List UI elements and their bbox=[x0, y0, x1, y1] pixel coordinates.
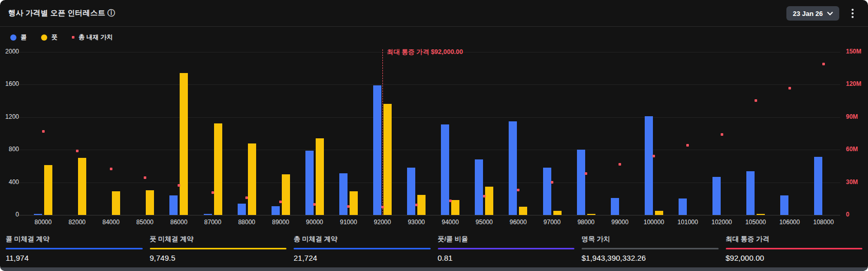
call-bar[interactable] bbox=[814, 157, 822, 215]
call-bar[interactable] bbox=[373, 85, 381, 215]
intrinsic-value-dot[interactable] bbox=[347, 205, 350, 208]
call-bar[interactable] bbox=[679, 198, 687, 215]
x-axis-tick-label: 87000 bbox=[197, 219, 229, 226]
intrinsic-value-dot[interactable] bbox=[415, 204, 418, 206]
call-bar[interactable] bbox=[712, 177, 721, 215]
put-bar[interactable] bbox=[417, 195, 426, 215]
stat-max-pain-price: 최대 통증 가격 $92,000.00 bbox=[726, 232, 863, 262]
call-bar[interactable] bbox=[204, 214, 212, 215]
legend-item-3[interactable]: 총 내재 가치 bbox=[72, 33, 113, 42]
intrinsic-value-dot[interactable] bbox=[721, 133, 723, 136]
stat-notional-value: 명목 가치 $1,943,390,332.26 bbox=[582, 232, 719, 262]
intrinsic-value-dot[interactable] bbox=[110, 168, 112, 170]
chevron-down-icon bbox=[827, 11, 833, 15]
put-bar[interactable] bbox=[451, 200, 459, 215]
stat-underline bbox=[726, 248, 863, 249]
legend-swatch bbox=[10, 34, 16, 41]
left-axis-tick-label: 1200 bbox=[0, 113, 19, 120]
intrinsic-value-dot[interactable] bbox=[585, 172, 587, 175]
intrinsic-value-dot[interactable] bbox=[211, 191, 214, 194]
put-bar[interactable] bbox=[282, 174, 290, 215]
call-bar[interactable] bbox=[611, 198, 619, 215]
page-title-text: 행사 가격별 오픈 인터레스트 bbox=[8, 9, 105, 17]
put-bar[interactable] bbox=[112, 191, 120, 215]
call-bar[interactable] bbox=[645, 116, 653, 215]
intrinsic-value-dot[interactable] bbox=[483, 195, 486, 197]
put-bar[interactable] bbox=[214, 123, 222, 215]
intrinsic-value-dot[interactable] bbox=[381, 206, 384, 208]
put-bar[interactable] bbox=[350, 191, 358, 215]
put-bar[interactable] bbox=[587, 214, 595, 215]
intrinsic-value-dot[interactable] bbox=[551, 181, 553, 184]
x-axis-tick-label: 82000 bbox=[61, 219, 93, 226]
page-title: 행사 가격별 오픈 인터레스트 ⓘ bbox=[8, 8, 115, 18]
gridline bbox=[18, 84, 840, 85]
call-bar[interactable] bbox=[169, 195, 178, 215]
stat-label: 콜 미체결 계약 bbox=[6, 232, 143, 244]
x-axis-tick-label: 98000 bbox=[570, 219, 603, 226]
info-icon[interactable]: ⓘ bbox=[107, 8, 115, 17]
intrinsic-value-dot[interactable] bbox=[42, 130, 45, 133]
put-bar[interactable] bbox=[655, 211, 663, 215]
call-bar[interactable] bbox=[272, 206, 280, 215]
call-bar[interactable] bbox=[238, 204, 246, 215]
intrinsic-value-dot[interactable] bbox=[449, 200, 452, 202]
x-axis-tick-label: 85000 bbox=[128, 219, 161, 226]
intrinsic-value-dot[interactable] bbox=[755, 99, 757, 102]
call-bar[interactable] bbox=[339, 173, 348, 215]
put-bar[interactable] bbox=[757, 214, 765, 215]
intrinsic-value-dot[interactable] bbox=[76, 150, 79, 152]
intrinsic-value-dot[interactable] bbox=[144, 176, 146, 179]
intrinsic-value-dot[interactable] bbox=[279, 201, 282, 203]
put-bar[interactable] bbox=[383, 104, 392, 215]
intrinsic-value-dot[interactable] bbox=[652, 155, 655, 157]
put-bar[interactable] bbox=[316, 138, 324, 215]
x-axis-tick-label: 102000 bbox=[705, 219, 738, 226]
kebab-menu-button[interactable] bbox=[846, 7, 859, 20]
x-axis-tick-label: 91000 bbox=[332, 219, 365, 226]
call-bar[interactable] bbox=[441, 124, 449, 215]
call-bar[interactable] bbox=[577, 150, 585, 215]
intrinsic-value-dot[interactable] bbox=[619, 163, 621, 166]
put-bar[interactable] bbox=[180, 73, 188, 215]
gridline bbox=[18, 52, 840, 52]
right-axis-tick-label: 0 bbox=[846, 211, 850, 218]
put-bar[interactable] bbox=[553, 211, 562, 215]
left-axis-tick-label: 0 bbox=[0, 211, 19, 218]
put-bar[interactable] bbox=[146, 190, 154, 215]
call-bar[interactable] bbox=[543, 168, 551, 215]
left-axis-tick-label: 2000 bbox=[0, 48, 19, 55]
stat-value: 9,749.5 bbox=[150, 254, 287, 262]
intrinsic-value-dot[interactable] bbox=[517, 189, 519, 191]
put-bar[interactable] bbox=[78, 158, 86, 215]
intrinsic-value-dot[interactable] bbox=[245, 196, 248, 199]
stat-label: 총 미체결 계약 bbox=[294, 232, 431, 244]
stat-label: 풋 미체결 계약 bbox=[150, 232, 287, 244]
horizontal-scrollbar[interactable] bbox=[0, 267, 868, 271]
stat-value: 0.81 bbox=[438, 254, 575, 262]
put-bar[interactable] bbox=[248, 143, 256, 215]
call-bar[interactable] bbox=[407, 168, 415, 215]
call-bar[interactable] bbox=[475, 159, 483, 215]
call-bar[interactable] bbox=[746, 171, 755, 215]
call-bar[interactable] bbox=[780, 195, 788, 215]
stat-label: 최대 통증 가격 bbox=[726, 232, 863, 244]
legend-item-1[interactable]: 콜 bbox=[10, 33, 27, 42]
x-axis-tick-label: 101000 bbox=[671, 219, 704, 226]
intrinsic-value-dot[interactable] bbox=[822, 63, 825, 65]
chart-legend: 콜풋총 내재 가치 bbox=[10, 33, 113, 42]
intrinsic-value-dot[interactable] bbox=[313, 203, 316, 206]
expiry-date-dropdown[interactable]: 23 Jan 26 bbox=[786, 6, 839, 21]
put-bar[interactable] bbox=[519, 207, 527, 215]
intrinsic-value-dot[interactable] bbox=[788, 87, 791, 89]
call-bar[interactable] bbox=[34, 214, 42, 215]
put-bar[interactable] bbox=[44, 165, 52, 215]
intrinsic-value-dot[interactable] bbox=[178, 184, 180, 187]
call-bar[interactable] bbox=[509, 121, 517, 215]
call-bar[interactable] bbox=[305, 151, 314, 215]
legend-item-2[interactable]: 풋 bbox=[41, 33, 57, 42]
x-axis-tick-label: 94000 bbox=[434, 219, 467, 226]
put-bar[interactable] bbox=[485, 187, 493, 215]
x-axis-tick-label: 100000 bbox=[638, 219, 670, 226]
intrinsic-value-dot[interactable] bbox=[686, 144, 689, 147]
